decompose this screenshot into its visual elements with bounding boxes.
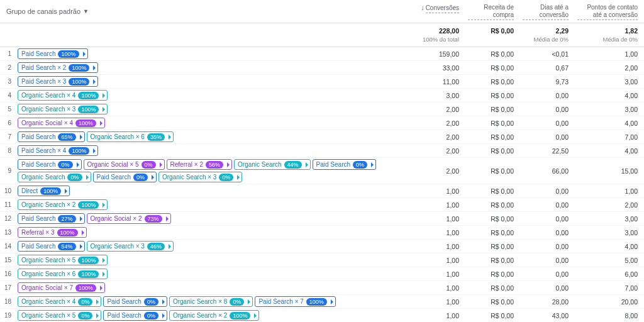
channel-chip[interactable]: Organic Search × 5100% (18, 255, 108, 265)
channel-chip[interactable]: Organic Search × 6100% (18, 269, 108, 279)
col-header-conversoes[interactable]: ↓Conversões (411, 0, 465, 23)
table-row[interactable]: 5Organic Search × 3100%2,00R$ 0,000,003,… (0, 103, 644, 116)
table-row[interactable]: 6Organic Social × 4100%2,00R$ 0,000,004,… (0, 116, 644, 130)
channel-chip[interactable]: Paid Search × 4100% (18, 145, 98, 156)
chip-label: Organic Search × 3 (162, 173, 216, 181)
table-row[interactable]: 9Paid Search0%Organic Social × 50%Referr… (0, 158, 644, 184)
channel-chip[interactable]: Paid Search × 3100% (18, 76, 98, 87)
channel-chip[interactable]: Organic Social × 273% (87, 213, 171, 224)
chip-arrow-icon (80, 135, 82, 140)
path-chips: Organic Search × 4100% (15, 89, 411, 102)
channel-chip[interactable]: Organic Social × 50% (84, 159, 165, 170)
chip-label: Organic Social × 2 (91, 214, 142, 223)
channel-chip[interactable]: Organic Search × 40% (18, 296, 101, 307)
table-row[interactable]: 1Paid Search100%159,00R$ 0,00<0,011,00 (0, 47, 644, 61)
cell-value: R$ 0,00 (465, 147, 520, 155)
channel-chip[interactable]: Paid Search54% (18, 241, 85, 252)
cell-value: 1,00 (411, 229, 465, 236)
chip-label: Paid Search (107, 297, 141, 306)
channel-chip[interactable]: Organic Search0% (18, 172, 91, 182)
channel-chip[interactable]: Referral × 3100% (18, 227, 87, 238)
channel-chip[interactable]: Organic Social × 4100% (18, 118, 105, 128)
row-index: 8 (0, 147, 15, 154)
table-row[interactable]: 12Paid Search27%Organic Social × 273%1,0… (0, 212, 644, 226)
cell-value: 1,00 (575, 50, 644, 58)
table-row[interactable]: 4Organic Search × 4100%3,00R$ 0,000,004,… (0, 89, 644, 103)
row-index: 15 (0, 257, 15, 264)
channel-chip[interactable]: Organic Search × 80% (169, 296, 253, 307)
chip-arrow-icon (254, 313, 257, 318)
chip-label: Paid Search (107, 311, 141, 319)
cell-value: 15,00 (575, 167, 644, 175)
path-chips: Organic Social × 7100% (15, 281, 411, 294)
sort-desc-icon: ↓ (421, 4, 425, 11)
chip-arrow-icon (103, 272, 105, 277)
cell-value: R$ 0,00 (465, 284, 520, 292)
cell-value: 1,00 (411, 257, 465, 264)
col-header-pontos[interactable]: Pontos de contato até a conversão (575, 0, 644, 23)
chip-percent: 27% (58, 215, 75, 223)
cell-value: 6,00 (575, 270, 644, 278)
table-row[interactable]: 17Organic Social × 7100%1,00R$ 0,000,007… (0, 281, 644, 295)
channel-chip[interactable]: Referral × 256% (167, 159, 233, 170)
channel-chip[interactable]: Direct100% (18, 186, 70, 196)
channel-chip[interactable]: Paid Search × 2100% (18, 62, 98, 73)
table-row[interactable]: 11Organic Search × 2100%1,00R$ 0,000,002… (0, 198, 644, 212)
chip-arrow-icon (93, 79, 96, 84)
channel-chip[interactable]: Paid Search0% (18, 159, 82, 170)
channel-chip[interactable]: Organic Search × 346% (87, 241, 174, 252)
chip-arrow-icon (237, 175, 240, 180)
col-header-dias[interactable]: Dias até a conversão (520, 0, 575, 23)
channel-chip[interactable]: Organic Search × 2100% (169, 310, 259, 321)
row-index: 13 (0, 229, 15, 236)
chip-arrow-icon (248, 299, 250, 304)
dimension-selector[interactable]: Grupo de canais padrão ▼ (0, 0, 411, 23)
channel-chip[interactable]: Organic Search × 2100% (18, 199, 108, 210)
row-index: 10 (0, 187, 15, 194)
channel-chip[interactable]: Organic Social × 7100% (18, 282, 105, 293)
channel-chip[interactable]: Organic Search × 3100% (18, 104, 108, 114)
cell-value: 2,00 (411, 106, 465, 113)
channel-chip[interactable]: Organic Search × 50% (18, 310, 101, 321)
col-header-receita[interactable]: Receita de compra (465, 0, 520, 23)
cell-value: R$ 0,00 (465, 312, 520, 319)
table-body: 1Paid Search100%159,00R$ 0,00<0,011,002P… (0, 47, 644, 322)
cell-value: R$ 0,00 (465, 243, 520, 250)
total-receita: R$ 0,00 (465, 23, 520, 47)
channel-chip[interactable]: Organic Search × 4100% (18, 90, 108, 101)
channel-chip[interactable]: Organic Search × 635% (87, 131, 174, 142)
chip-label: Organic Search × 6 (91, 133, 145, 141)
chip-label: Organic Search × 2 (173, 311, 227, 319)
channel-chip[interactable]: Organic Search44% (234, 159, 311, 170)
table-row[interactable]: 16Organic Search × 6100%1,00R$ 0,000,006… (0, 267, 644, 281)
table-header: Grupo de canais padrão ▼ ↓Conversões Rec… (0, 0, 644, 23)
channel-chip[interactable]: Organic Search × 30% (158, 172, 242, 182)
table-row[interactable]: 3Paid Search × 3100%11,00R$ 0,009,733,00 (0, 75, 644, 89)
cell-value: 4,00 (575, 147, 644, 155)
chip-arrow-icon (162, 313, 165, 318)
table-row[interactable]: 19Organic Search × 50%Paid Search0%Organ… (0, 309, 644, 322)
table-row[interactable]: 7Paid Search65%Organic Search × 635%2,00… (0, 130, 644, 144)
cell-value: 1,00 (411, 187, 465, 195)
channel-chip[interactable]: Paid Search65% (18, 131, 85, 142)
cell-value: 0,67 (520, 64, 575, 72)
chip-arrow-icon (77, 162, 79, 167)
chip-label: Organic Search × 2 (21, 201, 75, 209)
table-row[interactable]: 10Direct100%1,00R$ 0,000,001,00 (0, 184, 644, 198)
table-row[interactable]: 13Referral × 3100%1,00R$ 0,000,003,00 (0, 226, 644, 240)
table-row[interactable]: 15Organic Search × 5100%1,00R$ 0,000,005… (0, 253, 644, 267)
table-row[interactable]: 2Paid Search × 2100%33,00R$ 0,000,672,00 (0, 61, 644, 75)
channel-chip[interactable]: Paid Search0% (93, 172, 157, 182)
channel-chip[interactable]: Paid Search100% (18, 48, 88, 59)
table-row[interactable]: 14Paid Search54%Organic Search × 346%1,0… (0, 240, 644, 253)
channel-chip[interactable]: Paid Search0% (313, 159, 377, 170)
chip-arrow-icon (162, 299, 165, 304)
channel-chip[interactable]: Paid Search0% (103, 296, 167, 307)
channel-chip[interactable]: Paid Search × 7100% (255, 296, 335, 307)
channel-chip[interactable]: Paid Search0% (103, 310, 167, 321)
cell-value: 0,00 (520, 201, 575, 209)
chip-percent: 56% (206, 161, 223, 169)
table-row[interactable]: 18Organic Search × 40%Paid Search0%Organ… (0, 295, 644, 309)
channel-chip[interactable]: Paid Search27% (18, 213, 85, 224)
table-row[interactable]: 8Paid Search × 4100%2,00R$ 0,0022,504,00 (0, 144, 644, 158)
